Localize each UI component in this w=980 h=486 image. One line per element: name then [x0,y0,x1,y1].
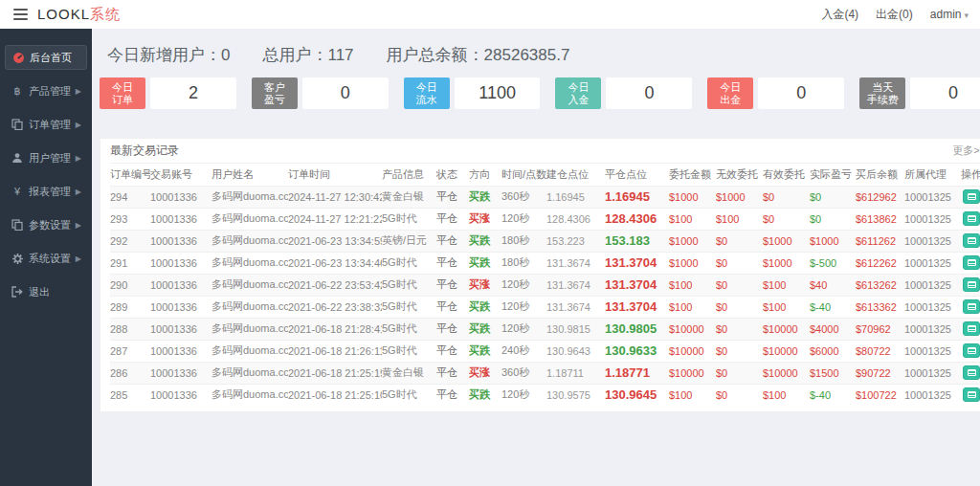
open-cell: 130.9575 [546,384,605,406]
detail-icon [968,303,976,310]
stat-card-label: 今日入金 [555,77,601,109]
row-action-button[interactable] [963,299,980,314]
amount-cell: $1000 [669,252,716,274]
account-cell: 10001336 [150,362,212,384]
col-header-amount: 委托金额 [669,164,716,186]
name-cell: 多码网duoma.cc [212,340,288,362]
row-action-button[interactable] [963,387,980,402]
close-cell: 1.18771 [605,362,669,384]
sidebar-item-后台首页[interactable]: 后台首页 [5,45,87,70]
profit-cell: $1500 [810,362,856,384]
stat-card-label: 今日流水 [404,77,450,109]
name-cell: 多码网duoma.cc [212,362,288,384]
agent-cell: 10001325 [904,208,957,230]
open-cell: 1.16945 [546,186,605,208]
row-action-button[interactable] [963,189,980,204]
account-cell: 10001336 [150,274,212,296]
sidebar-item-参数设置[interactable]: 参数设置▶ [5,212,87,237]
close-cell: 131.3704 [605,252,669,274]
summary-stat-value: 28526385.7 [484,46,570,64]
col-header-open: 建仓点位 [546,164,605,186]
order_no-cell: 294 [110,186,150,208]
stat-card: 今日订单2 [100,77,236,109]
balance-cell: $613262 [856,274,904,296]
row-action-button[interactable] [963,255,980,270]
product-icon: ฿ [11,85,24,98]
row-action-button[interactable] [963,365,980,380]
status-cell: 平仓 [436,340,469,362]
close-cell: 128.4306 [605,208,669,230]
invalid-cell: $0 [716,252,763,274]
sidebar-item-用户管理[interactable]: 用户管理▶ [5,145,87,170]
product-cell: 5G时代 [382,384,436,406]
duration-cell: 120秒 [501,296,546,318]
sidebar-item-系统设置[interactable]: 系统设置▶ [5,246,87,271]
col-header-account: 交易账号 [150,164,212,186]
row-action-button[interactable] [963,233,980,248]
profit-cell: $-40 [810,384,856,406]
_action-cell [957,296,980,318]
product-cell: 5G时代 [382,318,436,340]
open-cell: 131.3674 [546,296,605,318]
sidebar-item-产品管理[interactable]: ฿产品管理▶ [5,78,87,103]
summary-stat-label: 用户总余额： [387,46,484,64]
time-cell: 2024-11-27 12:30:42 [288,186,382,208]
time-cell: 2021-06-23 13:34:59 [288,230,382,252]
sidebar-item-报表管理[interactable]: ¥报表管理▶ [5,179,87,204]
summary-stat-label: 今日新增用户： [107,46,221,64]
account-cell: 10001336 [150,318,212,340]
summary-stat: 总用户：117 [262,44,353,66]
topnav-入金(4)[interactable]: 入金(4) [821,7,858,23]
table-header-row: 订单编号交易账号用户姓名订单时间产品信息状态方向时间/点数建仓点位平仓点位委托金… [110,164,980,186]
row-action-button[interactable] [963,211,980,226]
account-cell: 10001336 [150,296,212,318]
row-action-button[interactable] [963,321,980,336]
open-cell: 130.9643 [546,340,605,362]
table-row: 29310001336多码网duoma.cc2024-11-27 12:21:2… [110,208,980,230]
more-link[interactable]: 更多>> [952,144,980,158]
orders-icon [11,119,24,131]
_action-cell [957,208,980,230]
balance-cell: $100722 [856,384,904,406]
balance-cell: $611262 [856,230,904,252]
profit-cell: $4000 [810,318,856,340]
chevron-right-icon: ▶ [76,154,81,163]
sidebar-item-label: 用户管理 [29,151,71,166]
profit-cell: $6000 [810,340,856,362]
agent-cell: 10001325 [904,340,957,362]
topnav-出金(0)[interactable]: 出金(0) [876,7,913,23]
status-cell: 平仓 [436,186,469,208]
order_no-cell: 288 [110,318,150,340]
topnav-admin[interactable]: admin▾ [930,8,969,21]
summary-stat-value: 0 [221,46,230,64]
table-row: 28910001336多码网duoma.cc2021-06-22 23:38:3… [110,296,980,318]
invalid-cell: $0 [716,340,763,362]
invalid-cell: $100 [716,208,763,230]
valid-cell: $100 [763,384,810,406]
order_no-cell: 286 [110,362,150,384]
balance-cell: $80722 [856,340,904,362]
valid-cell: $10000 [763,362,810,384]
account-cell: 10001336 [150,208,212,230]
balance-cell: $90722 [856,362,904,384]
col-header-status: 状态 [436,164,469,186]
row-action-button[interactable] [963,343,980,358]
brand-logo: LOOKL系统 [37,6,121,24]
sidebar-item-退出[interactable]: 退出 [5,279,87,304]
row-action-button[interactable] [963,277,980,292]
table-row: 28510001336多码网duoma.cc2021-06-18 21:25:1… [110,384,980,406]
direction-cell: 买涨 [469,362,501,384]
close-cell: 130.9645 [605,384,669,406]
sidebar-item-订单管理[interactable]: 订单管理▶ [5,112,87,137]
menu-toggle-icon[interactable] [13,9,28,20]
balance-cell: $612262 [856,252,904,274]
stat-card-value: 0 [910,77,980,109]
col-header-name: 用户姓名 [212,164,288,186]
amount-cell: $10000 [669,340,716,362]
profit-cell: $-40 [810,296,856,318]
sidebar-item-label: 产品管理 [29,84,71,99]
detail-icon [968,237,976,244]
close-cell: 131.3704 [605,296,669,318]
sidebar-item-label: 后台首页 [30,51,72,65]
time-cell: 2024-11-27 12:21:22 [288,208,382,230]
